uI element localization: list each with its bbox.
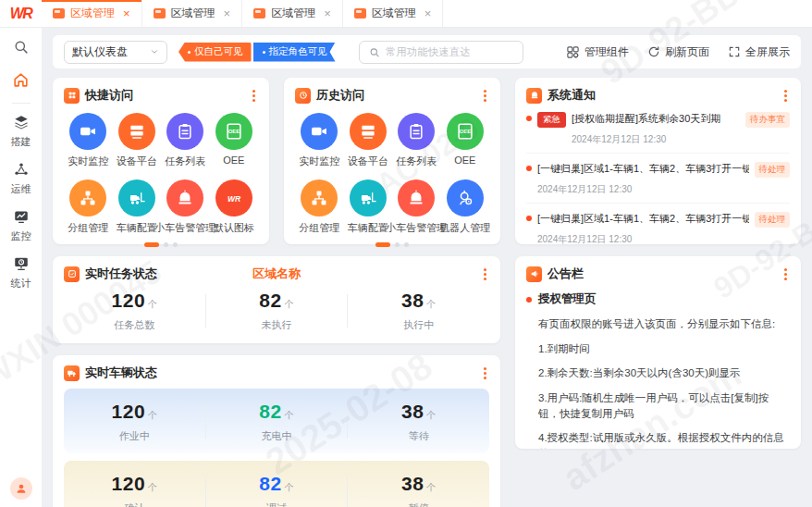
stat-unit: 个: [285, 299, 294, 309]
home-icon[interactable]: [12, 71, 30, 93]
group-icon: [69, 179, 106, 216]
robot-icon: [447, 179, 484, 216]
history-apps-grid: 实时监控 设备平台 任务列表 OEE OEE 分组管理 车辆配置 小车告警管理: [295, 113, 489, 235]
sidebar-items: 搭建 运维 监控 统计: [11, 114, 31, 303]
app-shortcut[interactable]: 任务列表: [392, 113, 441, 168]
pagination-dot[interactable]: [375, 242, 390, 247]
sidebar-item-label: 监控: [11, 229, 31, 243]
tab-region-management-2[interactable]: 区域管理 ×: [142, 0, 243, 27]
tab-label: 区域管理: [171, 6, 215, 21]
app-label: 设备平台: [117, 155, 157, 168]
notice-timestamp: 2024年12月12日 12:30: [537, 183, 790, 196]
card-header: 系统通知: [526, 87, 790, 104]
sidebar: 搭建 运维 监控 统计: [0, 28, 42, 507]
dashboard-toolbar: 默认仪表盘 仅自己可见 指定角色可见 管理组件: [53, 35, 801, 68]
user-avatar[interactable]: [10, 477, 32, 500]
quick-search-input[interactable]: [386, 46, 513, 57]
bulletin-line: 2.剩余天数:当剩余30天以内(含30天)则显示: [538, 365, 790, 381]
card-header: 快捷访问: [64, 87, 258, 104]
tab-close-icon[interactable]: ×: [424, 7, 432, 19]
app-shortcut[interactable]: 小车告警管理: [161, 179, 210, 235]
notice-text: [一键归巢]区域1-车辆1、车辆2、车辆3打开一键归巢: [537, 212, 749, 226]
bullet-dot: [526, 216, 532, 221]
stat-unit: 个: [285, 410, 294, 420]
app-shortcut[interactable]: WR 默认图标: [210, 179, 259, 235]
sidebar-item-layers[interactable]: 搭建: [11, 114, 31, 149]
app-shortcut[interactable]: 实时监控: [295, 113, 344, 168]
sidebar-divider: [12, 103, 31, 104]
app-label: 小车告警管理: [386, 221, 447, 235]
bulletin-line: 4.授权类型:试用版或永久版。根据授权文件内的信息获取: [538, 430, 790, 449]
app-shortcut[interactable]: 分组管理: [295, 179, 344, 235]
kebab-menu-icon[interactable]: [252, 94, 255, 97]
app-shortcut[interactable]: 实时监控: [64, 113, 113, 168]
card-title: 实时车辆状态: [85, 365, 157, 381]
pagination-dot[interactable]: [404, 242, 409, 247]
app-shortcut[interactable]: 任务列表: [161, 113, 210, 168]
sidebar-item-monitor[interactable]: 监控: [11, 208, 31, 243]
fullscreen-button[interactable]: 全屏展示: [728, 44, 790, 60]
tab-region-management-3[interactable]: 区域管理 ×: [242, 0, 343, 27]
app-label: 设备平台: [348, 155, 388, 168]
sidebar-item-ops[interactable]: 运维: [11, 161, 31, 196]
card-bulletin-board: 公告栏 授权管理页 有页面权限的账号进入该页面，分别显示如下信息:1.到期时间2…: [515, 256, 801, 449]
stat-unit: 个: [148, 482, 157, 492]
app-shortcut[interactable]: 设备平台: [344, 113, 393, 168]
stat-block: 82个 充电中: [206, 401, 348, 443]
kebab-menu-icon[interactable]: [484, 94, 486, 97]
kebab-menu-icon[interactable]: [484, 273, 486, 276]
pagination-dot[interactable]: [164, 242, 168, 247]
app-shortcut[interactable]: OEE OEE: [441, 113, 490, 168]
tasklist-icon: [166, 113, 203, 150]
card-header: 公告栏: [526, 266, 790, 282]
card-title: 历史访问: [316, 87, 364, 104]
notice-item[interactable]: [一键归巢]区域1-车辆1、车辆2、车辆3打开一键归巢 待处理 2024年12月…: [526, 154, 790, 204]
stat-value: 82: [259, 401, 281, 422]
stat-label: 确认: [64, 501, 205, 507]
notice-item[interactable]: [一键归巢]区域1-车辆1、车辆2、车辆3打开一键归巢 待处理 2024年12月…: [526, 204, 790, 253]
app-shortcut[interactable]: 设备平台: [113, 113, 162, 168]
card-title: 快捷访问: [85, 87, 133, 104]
svg-text:WR: WR: [228, 194, 241, 204]
app-label: 任务列表: [396, 155, 437, 168]
app-shortcut[interactable]: 小车告警管理: [392, 179, 441, 235]
device-icon: [350, 113, 387, 150]
brand-logo: WR: [0, 0, 42, 27]
right-column: 系统通知 紧急 [授权临期提醒]系统剩余30天到期 待办事宜 2024年12月1…: [515, 78, 801, 507]
tab-region-management-4[interactable]: 区域管理 ×: [343, 0, 444, 27]
kebab-menu-icon[interactable]: [484, 372, 486, 375]
badge-dot: [263, 51, 265, 54]
sidebar-item-stats[interactable]: 统计: [11, 255, 31, 291]
kebab-menu-icon[interactable]: [784, 94, 787, 97]
stat-unit: 个: [285, 482, 294, 492]
stat-label: 充电中: [206, 429, 348, 443]
vehicle-stats: 120个 确认 82个 调试 38个 暂停: [64, 473, 489, 507]
card-header: 实时车辆状态: [64, 365, 489, 381]
stat-label: 执行中: [348, 318, 489, 332]
tab-region-management-1[interactable]: 区域管理 ×: [42, 0, 142, 27]
manage-widgets-button[interactable]: 管理组件: [566, 44, 629, 60]
tab-close-icon[interactable]: ×: [324, 7, 331, 19]
notice-item[interactable]: 紧急 [授权临期提醒]系统剩余30天到期 待办事宜 2024年12月12日 12…: [526, 104, 790, 154]
pagination-dot[interactable]: [144, 242, 159, 247]
app-label: 任务列表: [165, 155, 205, 168]
pagination-dot[interactable]: [395, 242, 400, 247]
pagination-dot[interactable]: [173, 242, 178, 247]
bulletin-line: 3.用户码:随机生成唯一用户码，可以点击[复制]按钮，快捷复制用户码: [538, 390, 790, 421]
group-icon: [301, 179, 338, 216]
tab-close-icon[interactable]: ×: [123, 7, 130, 19]
quick-search-box[interactable]: [359, 41, 523, 64]
dashboard-select[interactable]: 默认仪表盘: [64, 41, 167, 64]
app-label: 实时监控: [299, 155, 339, 168]
app-shortcut[interactable]: 机器人管理: [441, 179, 490, 235]
badge-dot: [188, 51, 191, 54]
search-icon[interactable]: [13, 39, 29, 58]
app-shortcut[interactable]: 分组管理: [64, 179, 113, 235]
tab-close-icon[interactable]: ×: [224, 7, 231, 19]
kebab-menu-icon[interactable]: [784, 273, 787, 276]
brand-icon: WR: [215, 179, 252, 216]
app-shortcut[interactable]: OEE OEE: [210, 113, 259, 168]
svg-text:OEE: OEE: [228, 129, 240, 134]
refresh-page-button[interactable]: 刷新页面: [647, 44, 709, 60]
history-clock-icon: [295, 88, 311, 104]
